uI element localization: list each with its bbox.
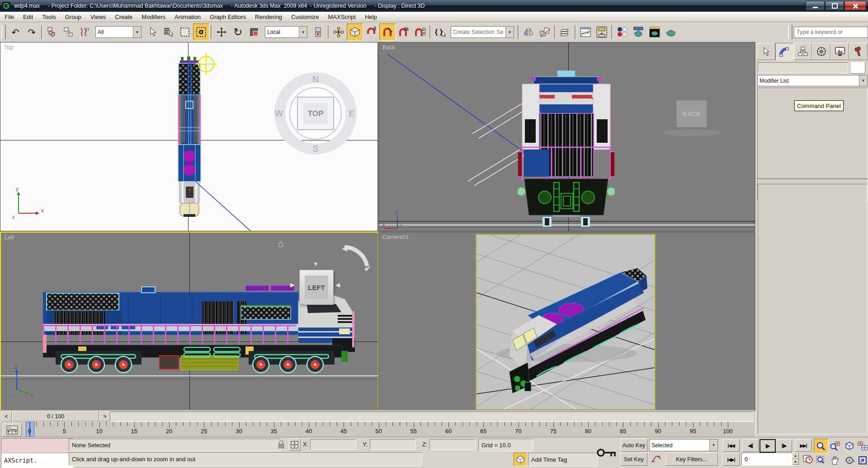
use-pivot-point-center-button[interactable] [310, 23, 326, 41]
align-button[interactable] [537, 23, 553, 41]
render-setup-button[interactable] [630, 23, 646, 41]
viewcube-arrow-down[interactable]: ▼ [313, 261, 319, 267]
add-time-tag[interactable]: Add Time Tag [528, 453, 598, 466]
current-frame-field[interactable] [741, 453, 797, 466]
select-and-manipulate-button[interactable] [330, 23, 347, 41]
named-selection-set-combo[interactable]: ▼ [451, 26, 514, 38]
time-configuration-button[interactable] [801, 453, 815, 465]
isometric-view-icon[interactable] [514, 453, 527, 466]
select-object-button[interactable] [144, 23, 160, 41]
viewcube-arrow-right[interactable]: ◀ [335, 281, 340, 288]
selection-lock-icon[interactable] [278, 440, 285, 449]
menu-maxscript[interactable]: MAXScript [324, 12, 360, 22]
region-zoom-button[interactable] [814, 453, 827, 467]
menu-edit[interactable]: Edit [19, 12, 38, 22]
maximize-viewport-toggle[interactable] [856, 453, 868, 467]
absolute-mode-toggle[interactable] [288, 439, 301, 451]
menu-customize[interactable]: Customize [287, 12, 323, 22]
menu-create[interactable]: Create [110, 12, 137, 22]
named-selection-set-input[interactable] [451, 29, 505, 35]
unlink-selection-icon[interactable] [60, 23, 76, 41]
viewcube-rotate-arrows[interactable] [341, 241, 373, 277]
tab-modify[interactable] [775, 43, 794, 60]
material-editor-button[interactable] [614, 23, 630, 41]
time-slider-track[interactable] [1, 412, 754, 421]
go-to-start-button[interactable]: |◀◀ [722, 439, 740, 452]
time-slider-prev[interactable]: < [1, 412, 12, 421]
selection-filter-dropdown[interactable]: All ▼ [95, 26, 142, 38]
search-input[interactable] [794, 27, 868, 38]
pan-hand-button[interactable] [828, 453, 842, 467]
zoom-all-button[interactable] [828, 439, 842, 453]
angle-snap-toggle[interactable] [379, 23, 396, 41]
reference-coordinate-dropdown[interactable]: Local ▼ [265, 26, 307, 38]
menu-graph-editors[interactable]: Graph Editors [205, 12, 250, 22]
previous-frame-button[interactable]: ◀|| [742, 439, 759, 452]
viewport-top[interactable]: Top TOP N E S W [0, 42, 378, 231]
undo-button[interactable]: ↶ [7, 23, 24, 41]
modifier-list-dropdown[interactable]: Modifier List ▼ [757, 75, 868, 86]
tab-motion[interactable] [812, 43, 830, 60]
edit-named-selection-sets-button[interactable]: { } [432, 23, 448, 41]
y-field[interactable] [370, 439, 416, 450]
key-mode-toggle[interactable]: |◀▶| [722, 453, 740, 466]
tab-create[interactable] [757, 43, 775, 60]
zoom-extents-button[interactable] [843, 439, 856, 453]
schematic-view-button[interactable] [594, 23, 610, 41]
arc-rotate-button[interactable] [843, 453, 856, 467]
maxscript-macro-recorder[interactable] [1, 438, 73, 453]
viewcube-arrow-left[interactable]: ▶ [290, 281, 295, 288]
viewport-left[interactable]: Left [0, 232, 379, 412]
x-field[interactable] [310, 439, 356, 450]
default-tangent-icon[interactable] [649, 453, 663, 465]
menu-file[interactable]: File [0, 12, 19, 22]
track-bar-ruler[interactable]: 0510152025303540455055606570758085909510… [29, 422, 735, 437]
viewport-left-label[interactable]: Left [5, 234, 14, 241]
mirror-button[interactable] [520, 23, 537, 41]
viewcube-compass[interactable]: TOP N E S W [274, 70, 358, 156]
window-crossing-toggle[interactable] [193, 23, 209, 41]
object-name-field[interactable] [758, 62, 848, 73]
select-and-link-icon[interactable] [44, 23, 60, 41]
bind-to-spacewarp-icon[interactable] [76, 23, 93, 41]
viewport-camera-label[interactable]: Camera01 [382, 234, 409, 240]
menu-group[interactable]: Group [61, 12, 86, 22]
infocenter-grip[interactable] [788, 25, 793, 39]
next-frame-button[interactable]: ||▶ [776, 439, 792, 452]
select-and-move-button[interactable] [213, 23, 230, 41]
tab-display[interactable] [830, 43, 849, 60]
frame-spinner[interactable]: ▲ ▼ [792, 453, 799, 465]
select-and-scale-button[interactable] [246, 23, 262, 41]
menu-tools[interactable]: Tools [38, 12, 60, 22]
select-and-rotate-button[interactable]: ↻ [230, 23, 246, 41]
go-to-end-button[interactable]: ▶▶| [795, 439, 812, 452]
home-icon[interactable]: ⌂ [278, 238, 283, 250]
snaps-toggle[interactable] [347, 23, 363, 41]
select-by-name-button[interactable] [160, 23, 177, 41]
layer-manager-button[interactable] [557, 23, 573, 41]
tab-utilities[interactable] [849, 43, 868, 60]
viewport-back[interactable]: Back BACK [378, 42, 755, 231]
menu-animation[interactable]: Animation [170, 12, 205, 22]
key-filter-scope-dropdown[interactable]: Selected ▼ [649, 439, 718, 451]
set-keys-key-icon[interactable] [595, 438, 618, 467]
viewport-camera[interactable]: Camera01 [378, 232, 755, 411]
key-filters-button[interactable]: Key Filters... [665, 453, 718, 466]
mini-curve-editor-button[interactable] [3, 423, 22, 436]
set-key-button[interactable]: Set Key [620, 453, 647, 466]
time-slider-handle[interactable]: 0 / 100 [12, 412, 99, 421]
snap-3d-icon[interactable]: 3 [363, 23, 379, 41]
minimize-button[interactable] [806, 1, 825, 10]
menu-views[interactable]: Views [86, 12, 110, 22]
menu-modifiers[interactable]: Modifiers [137, 12, 170, 22]
percent-snap-toggle[interactable]: % [396, 23, 412, 41]
curve-editor-button[interactable] [577, 23, 594, 41]
spinner-snap-toggle[interactable] [412, 23, 428, 41]
object-color-swatch[interactable] [851, 62, 865, 74]
menu-rendering[interactable]: Rendering [250, 12, 287, 22]
viewport-back-label[interactable]: Back [382, 44, 395, 51]
viewcube-left[interactable]: LEFT [299, 270, 334, 305]
play-button[interactable]: ▶ [760, 439, 776, 453]
menu-help[interactable]: Help [360, 12, 382, 22]
maxscript-mini-listener[interactable]: AXScript. [1, 453, 73, 468]
